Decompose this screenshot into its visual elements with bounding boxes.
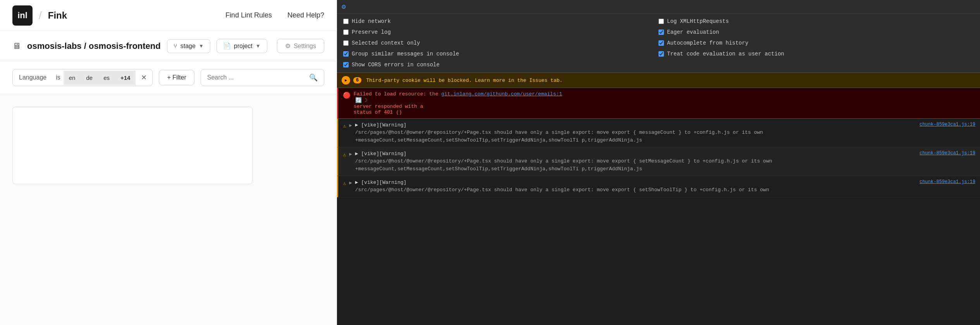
checkbox-preserve-log: Preserve log <box>343 28 658 37</box>
project-chevron-icon: ▼ <box>256 43 261 49</box>
filter-is-label: is <box>53 70 64 85</box>
warn-file-2[interactable]: chunk-859e3ca1.js:19 <box>920 150 975 156</box>
warn-content-3: ▶ [vike][Warning] chunk-859e3ca1.js:19 /… <box>355 179 975 194</box>
app-title: Fink <box>48 10 67 21</box>
checkbox-log-xmlhttp-input[interactable] <box>658 19 664 24</box>
warning-count: 6 <box>353 77 361 83</box>
checkbox-autocomplete-history-input[interactable] <box>658 40 664 46</box>
warning-banner: ▶ 6 Third-party cookie will be blocked. … <box>337 73 980 88</box>
search-input[interactable] <box>207 74 305 81</box>
console-messages: ▶ 6 Third-party cookie will be blocked. … <box>337 73 980 325</box>
checkbox-eager-eval-label: Eager evaluation <box>667 29 719 35</box>
warn-expand-3[interactable]: ▶ <box>349 180 352 186</box>
branch-label: stage <box>181 43 196 50</box>
warning-banner-text: Third-party cookie will be blocked. Lear… <box>366 78 562 83</box>
repo-icon: 🖥 <box>12 41 21 51</box>
branch-selector[interactable]: ⑂ stage ▼ <box>167 39 210 53</box>
nav-separator: / <box>39 9 42 22</box>
search-icon: 🔍 <box>309 73 318 82</box>
content-area <box>0 94 337 325</box>
find-lint-rules-link[interactable]: Find Lint Rules <box>225 11 272 19</box>
filter-close-icon[interactable]: ✕ <box>136 69 152 86</box>
error-text1: Failed to load resource: the <box>354 91 441 97</box>
warn-file-1[interactable]: chunk-859e3ca1.js:19 <box>920 122 975 127</box>
settings-label: Settings <box>294 43 316 50</box>
project-doc-icon: 📄 <box>223 42 231 50</box>
checkbox-group-similar-label: Group similar messages in console <box>352 51 459 57</box>
checkbox-log-xmlhttp: Log XMLHttpRequests <box>658 17 974 26</box>
branch-icon: ⑂ <box>174 43 177 50</box>
need-help-link[interactable]: Need Help? <box>287 11 324 19</box>
devtools-panel: ⚙ Hide network Log XMLHttpRequests Prese… <box>337 0 980 325</box>
content-placeholder <box>12 107 253 184</box>
project-selector[interactable]: 📄 project ▼ <box>217 39 267 53</box>
warn-title-2: ▶ [vike][Warning] <box>355 150 407 157</box>
checkbox-selected-context-label: Selected context only <box>352 40 420 46</box>
error-message: 🔴 Failed to load resource: the git.inlan… <box>337 88 980 119</box>
warn-header-2: ▶ [vike][Warning] chunk-859e3ca1.js:19 <box>355 150 975 157</box>
checkbox-group-similar: Group similar messages in console <box>343 49 658 59</box>
filter-tag-es[interactable]: es <box>98 71 115 85</box>
warn-expand-1[interactable]: ▶ <box>349 123 352 128</box>
repo-row: 🖥 osmosis-labs / osmosis-frontend ⑂ stag… <box>0 31 337 61</box>
top-nav: inl / Fink Find Lint Rules Need Help? <box>0 0 337 31</box>
filter-more-count[interactable]: +14 <box>115 71 136 85</box>
error-line2: server responded with a <box>354 104 562 109</box>
checkbox-show-cors-label: Show CORS errors in console <box>352 62 440 68</box>
checkbox-treat-code-eval: Treat code evaluation as user action <box>658 49 974 59</box>
filter-tag-en[interactable]: en <box>64 71 81 85</box>
settings-button[interactable]: ⚙ Settings <box>277 39 324 53</box>
warn-expand-2[interactable]: ▶ <box>349 151 352 157</box>
checkbox-treat-code-eval-input[interactable] <box>658 51 664 57</box>
warn-title-1: ▶ [vike][Warning] <box>355 122 407 128</box>
branch-chevron-icon: ▼ <box>199 43 204 49</box>
error-action-icon1[interactable]: 🔄 <box>355 97 362 104</box>
checkbox-log-xmlhttp-label: Log XMLHttpRequests <box>667 18 729 24</box>
error-icon: 🔴 <box>343 92 351 99</box>
warn-content-1: ▶ [vike][Warning] chunk-859e3ca1.js:19 /… <box>355 122 975 144</box>
warn-body-2: /src/pages/@host/@owner/@repository/+Pag… <box>355 157 975 173</box>
checkbox-hide-network-label: Hide network <box>352 18 391 24</box>
checkbox-autocomplete-history-label: Autocomplete from history <box>667 40 748 46</box>
project-label: project <box>234 43 253 50</box>
checkbox-eager-eval-input[interactable] <box>658 29 664 35</box>
language-filter: Language is en de es +14 ✕ <box>12 69 153 86</box>
warn-icon-1: ⚠ <box>343 123 346 129</box>
warning-play-icon[interactable]: ▶ <box>342 76 350 85</box>
checkbox-selected-context-input[interactable] <box>343 40 349 46</box>
checkbox-hide-network: Hide network <box>343 17 658 26</box>
checkbox-eager-eval: Eager evaluation <box>658 28 974 37</box>
devtools-settings-bar: ⚙ <box>337 0 980 14</box>
error-action-icon2[interactable]: ☽ <box>364 97 367 104</box>
logo: inl <box>12 5 33 26</box>
warn-icon-3: ⚠ <box>343 180 346 187</box>
checkbox-treat-code-eval-label: Treat code evaluation as user action <box>667 51 784 57</box>
error-line3: status of 401 () <box>354 109 562 115</box>
warn-icon-2: ⚠ <box>343 151 346 158</box>
error-content: Failed to load resource: the git.inlang.… <box>354 91 562 115</box>
warning-message-2: ⚠ ▶ ▶ [vike][Warning] chunk-859e3ca1.js:… <box>337 147 980 176</box>
devtools-gear-icon[interactable]: ⚙ <box>342 2 346 11</box>
warn-body-3: /src/pages/@host/@owner/@repository/+Pag… <box>355 186 975 194</box>
warn-header-3: ▶ [vike][Warning] chunk-859e3ca1.js:19 <box>355 179 975 185</box>
error-line1: Failed to load resource: the git.inlang.… <box>354 91 562 104</box>
add-filter-button[interactable]: + Filter <box>159 70 194 85</box>
warn-content-2: ▶ [vike][Warning] chunk-859e3ca1.js:19 /… <box>355 150 975 173</box>
left-panel: inl / Fink Find Lint Rules Need Help? 🖥 … <box>0 0 337 325</box>
warn-title-3: ▶ [vike][Warning] <box>355 179 407 185</box>
checkbox-group-similar-input[interactable] <box>343 51 349 57</box>
checkbox-preserve-log-label: Preserve log <box>352 29 391 35</box>
warn-file-3[interactable]: chunk-859e3ca1.js:19 <box>920 179 975 185</box>
checkbox-hide-network-input[interactable] <box>343 19 349 24</box>
search-box: 🔍 <box>201 69 324 86</box>
error-actions: 🔄 ☽ <box>355 97 562 104</box>
checkbox-show-cors-input[interactable] <box>343 62 349 67</box>
devtools-checkboxes-grid: Hide network Log XMLHttpRequests Preserv… <box>337 14 980 73</box>
warning-message-1: ⚠ ▶ ▶ [vike][Warning] chunk-859e3ca1.js:… <box>337 119 980 147</box>
filter-tag-de[interactable]: de <box>81 71 98 85</box>
checkbox-preserve-log-input[interactable] <box>343 29 349 35</box>
checkbox-show-cors: Show CORS errors in console <box>343 60 658 69</box>
filter-language-label: Language <box>13 70 53 85</box>
error-link[interactable]: git.inlang.com/githunb.com/user/emails:1 <box>441 91 562 97</box>
warning-message-3: ⚠ ▶ ▶ [vike][Warning] chunk-859e3ca1.js:… <box>337 176 980 197</box>
